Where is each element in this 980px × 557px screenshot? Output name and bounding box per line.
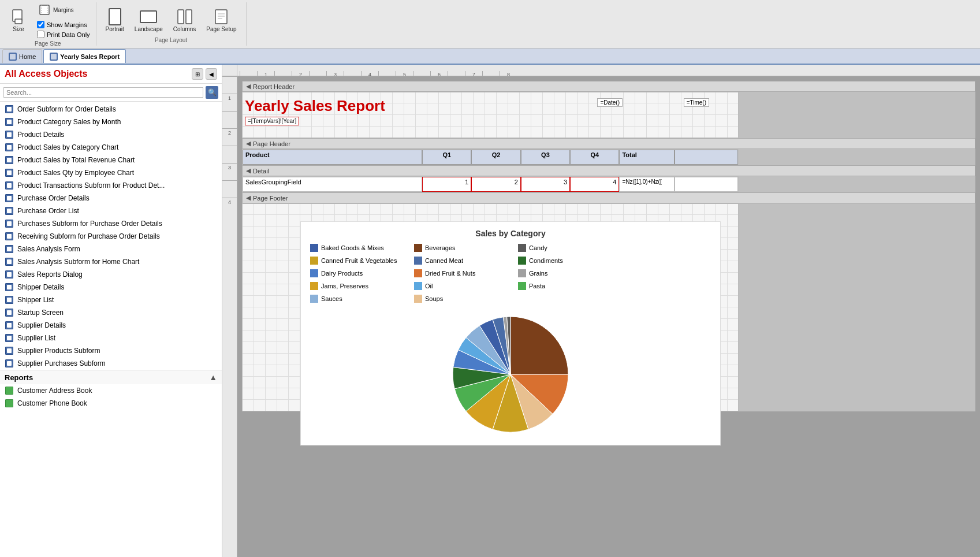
legend-label: Condiments: [529, 257, 563, 264]
portrait-button[interactable]: Portrait: [102, 5, 128, 35]
sidebar-item-purchases-subform[interactable]: Purchases Subform for Purchase Order Det…: [0, 217, 222, 230]
page-layout-group: Portrait Landscape Columns Page Setup: [96, 2, 247, 46]
det-q4-field[interactable]: 4: [570, 177, 619, 192]
sidebar-item-product-sales-category[interactable]: Product Sales by Category Chart: [0, 141, 222, 154]
sidebar-item-label: Startup Screen: [17, 309, 64, 317]
sidebar-item-label: Purchase Order List: [17, 207, 79, 215]
det-q1-field[interactable]: 1: [422, 177, 471, 192]
form-icon: [5, 117, 14, 127]
landscape-icon: [139, 8, 158, 26]
sidebar-item-purchase-order-details[interactable]: Purchase Order Details: [0, 192, 222, 205]
design-scroll[interactable]: ◀ Report Header Yearly Sales Report =Dat…: [237, 76, 980, 557]
legend-label: Oil: [425, 283, 433, 289]
date-field[interactable]: =Date(): [597, 98, 623, 107]
search-button[interactable]: 🔍: [206, 86, 218, 99]
reports-section-header[interactable]: Reports▲: [0, 370, 222, 384]
legend-item-canned-fruit---vegetables: Canned Fruit & Vegetables: [310, 257, 403, 265]
columns-button[interactable]: Columns: [170, 5, 199, 35]
sidebar-search-btn[interactable]: ⊞: [192, 68, 203, 80]
svg-rect-14: [10, 54, 16, 60]
search-input[interactable]: [3, 87, 203, 98]
col-q4: Q4: [570, 150, 619, 165]
tab-bar: Home Yearly Sales Report: [0, 49, 980, 65]
margins-label: Margins: [53, 7, 74, 13]
report-item-customer-phone-book[interactable]: Customer Phone Book: [0, 397, 222, 410]
legend-color-swatch: [414, 269, 422, 277]
print-data-only-checkbox[interactable]: Print Data Only: [37, 31, 90, 38]
col-product: Product: [243, 150, 422, 165]
sidebar-item-startup-screen[interactable]: Startup Screen: [0, 306, 222, 319]
show-margins-input[interactable]: [37, 21, 44, 28]
sidebar-item-product-transactions[interactable]: Product Transactions Subform for Product…: [0, 179, 222, 192]
tab-yearly-sales[interactable]: Yearly Sales Report: [43, 49, 126, 63]
det-total-field[interactable]: =Nz([1],0)+Nz([: [619, 177, 675, 192]
det-product-field[interactable]: SalesGroupingField: [243, 177, 422, 192]
sidebar-item-label: Supplier Details: [17, 321, 66, 329]
sidebar-item-label: Product Transactions Subform for Product…: [17, 181, 165, 190]
year-field[interactable]: =[TempVars]![Year]: [245, 117, 299, 125]
report-item-label: Customer Address Book: [17, 387, 92, 395]
det-q2-field[interactable]: 2: [471, 177, 520, 192]
landscape-button[interactable]: Landscape: [131, 5, 166, 35]
sidebar-item-sales-analysis-form[interactable]: Sales Analysis Form: [0, 243, 222, 255]
sidebar-item-sales-reports-dialog[interactable]: Sales Reports Dialog: [0, 268, 222, 281]
sidebar-item-shipper-details[interactable]: Shipper Details: [0, 281, 222, 294]
legend-item-pasta: Pasta: [518, 282, 610, 290]
size-button[interactable]: Size: [6, 5, 31, 35]
sidebar-item-product-category[interactable]: Product Category Sales by Month: [0, 116, 222, 128]
legend-color-swatch: [310, 295, 318, 303]
legend-item-condiments: Condiments: [518, 257, 610, 265]
sidebar-item-supplier-list[interactable]: Supplier List: [0, 332, 222, 344]
sidebar-collapse-btn[interactable]: ◀: [206, 68, 217, 80]
tab-home[interactable]: Home: [2, 49, 42, 63]
sidebar: All Access Objects ⊞ ◀ 🔍 Order Subform f…: [0, 65, 222, 557]
sidebar-item-product-sales-revenue[interactable]: Product Sales by Total Revenue Chart: [0, 154, 222, 166]
sidebar-item-label: Receiving Subform for Purchase Order Det…: [17, 232, 160, 240]
legend-item-candy: Candy: [518, 244, 610, 252]
show-margins-label: Show Margins: [47, 21, 87, 28]
legend-color-swatch: [414, 282, 422, 290]
yearly-sales-tab-icon: [50, 53, 58, 61]
print-data-only-input[interactable]: [37, 31, 44, 38]
legend-label: Dairy Products: [321, 270, 363, 277]
sidebar-item-supplier-details[interactable]: Supplier Details: [0, 319, 222, 332]
ruler-left-track: 1 2 3 4: [222, 76, 237, 557]
sidebar-item-supplier-purchases-subform[interactable]: Supplier Purchases Subform: [0, 357, 222, 370]
form-icon: [5, 346, 14, 355]
form-icon: [5, 130, 14, 139]
portrait-label: Portrait: [106, 26, 124, 32]
time-field[interactable]: =Time(): [684, 98, 709, 107]
legend-color-swatch: [518, 282, 526, 290]
sidebar-item-product-sales-qty[interactable]: Product Sales Qty by Employee Chart: [0, 166, 222, 179]
pie-chart: [441, 311, 580, 438]
col-total: Total: [619, 150, 675, 165]
landscape-label: Landscape: [135, 26, 163, 32]
sidebar-item-sales-analysis-subform[interactable]: Sales Analysis Subform for Home Chart: [0, 255, 222, 268]
sidebar-item-label: Supplier Purchases Subform: [17, 359, 106, 367]
ruler-corner: [222, 65, 237, 76]
form-icon: [5, 232, 14, 241]
form-icon: [5, 333, 14, 343]
legend-label: Dried Fruit & Nuts: [425, 270, 475, 277]
page-setup-button[interactable]: Page Setup: [203, 5, 240, 35]
main-area: All Access Objects ⊞ ◀ 🔍 Order Subform f…: [0, 65, 980, 557]
home-tab-icon: [9, 53, 17, 61]
form-icon: [5, 295, 14, 305]
det-q3-field[interactable]: 3: [521, 177, 570, 192]
sidebar-item-purchase-order-list[interactable]: Purchase Order List: [0, 205, 222, 217]
show-margins-checkbox[interactable]: Show Margins: [37, 21, 90, 28]
detail-label: Detail: [253, 168, 269, 174]
sidebar-item-order-subform[interactable]: Order Subform for Order Details: [0, 103, 222, 116]
report-item-customer-address-book[interactable]: Customer Address Book: [0, 384, 222, 397]
legend-item-jams--preserves: Jams, Preserves: [310, 282, 403, 290]
margins-button[interactable]: Margins: [35, 1, 90, 18]
sidebar-item-product-details[interactable]: Product Details: [0, 128, 222, 141]
sidebar-item-shipper-list[interactable]: Shipper List: [0, 294, 222, 306]
sidebar-item-receiving-subform[interactable]: Receiving Subform for Purchase Order Det…: [0, 230, 222, 243]
margins-icon: [38, 3, 51, 16]
sidebar-item-label: Sales Analysis Form: [17, 245, 80, 253]
form-icon: [5, 219, 14, 228]
sidebar-item-label: Product Category Sales by Month: [17, 118, 121, 126]
form-icon: [5, 105, 14, 114]
sidebar-item-supplier-products-subform[interactable]: Supplier Products Subform: [0, 344, 222, 357]
